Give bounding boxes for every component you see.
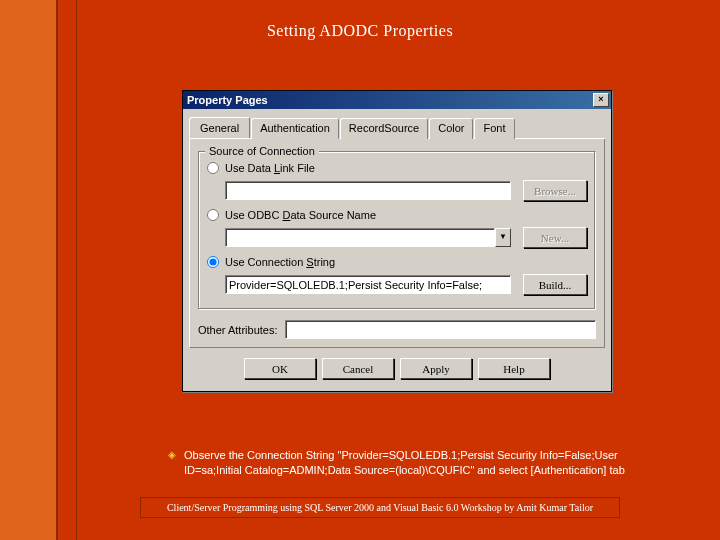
tab-recordsource[interactable]: RecordSource [340,118,428,139]
left-decoration [0,0,58,540]
ok-button[interactable]: OK [244,358,316,379]
data-link-file-input[interactable] [225,181,511,200]
slide-title: Setting ADODC Properties [0,22,720,40]
help-button[interactable]: Help [478,358,550,379]
other-attributes-label: Other Attributes: [198,324,277,336]
tab-font[interactable]: Font [474,118,514,139]
bullet-icon: ◈ [168,449,176,460]
dialog-button-row: OK Cancel Apply Help [183,348,611,391]
build-button[interactable]: Build... [523,274,587,295]
tab-strip: General Authentication RecordSource Colo… [189,117,605,139]
connection-string-input[interactable] [225,275,511,294]
tab-body-general: Source of Connection Use Data Link File … [189,139,605,348]
tab-general[interactable]: General [189,117,250,138]
new-button[interactable]: New... [523,227,587,248]
other-attributes-input[interactable] [285,320,596,339]
slide-footer: Client/Server Programming using SQL Serv… [140,497,620,518]
bullet-text: Observe the Connection String "Provider=… [184,448,660,478]
tab-authentication[interactable]: Authentication [251,118,339,139]
group-title: Source of Connection [205,145,319,157]
browse-button[interactable]: Browse... [523,180,587,201]
radio-data-link[interactable] [207,162,219,174]
dialog-titlebar[interactable]: Property Pages × [183,91,611,109]
tab-color[interactable]: Color [429,118,473,139]
radio-conn-string[interactable] [207,256,219,268]
odbc-dsn-combo[interactable]: ▼ [225,228,511,247]
dialog-title: Property Pages [187,94,268,106]
source-of-connection-group: Source of Connection Use Data Link File … [198,151,596,310]
apply-button[interactable]: Apply [400,358,472,379]
radio-data-link-label: Use Data Link File [225,162,315,174]
radio-odbc-label: Use ODBC Data Source Name [225,209,376,221]
property-pages-dialog: Property Pages × General Authentication … [182,90,612,392]
odbc-dsn-input[interactable] [225,228,495,247]
cancel-button[interactable]: Cancel [322,358,394,379]
radio-conn-string-label: Use Connection String [225,256,335,268]
close-button[interactable]: × [593,93,609,107]
chevron-down-icon[interactable]: ▼ [495,228,511,247]
radio-odbc[interactable] [207,209,219,221]
